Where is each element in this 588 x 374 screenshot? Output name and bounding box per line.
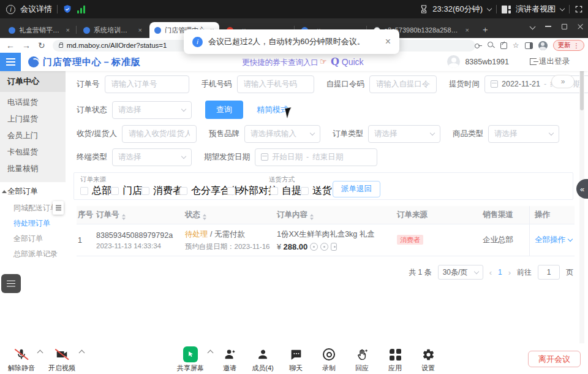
security-shield-icon[interactable]	[62, 4, 72, 14]
prev-page-button[interactable]: ‹	[489, 268, 492, 277]
window-minimize-button[interactable]	[540, 20, 556, 33]
network-signal-icon[interactable]	[77, 5, 85, 13]
invite-button[interactable]: 邀请	[213, 347, 246, 373]
forward-button[interactable]: →	[22, 40, 31, 50]
goods-type-select[interactable]: 请选择	[488, 125, 559, 143]
video-options-chevron[interactable]	[79, 350, 85, 356]
sidebar-item-hq-dispatch-log[interactable]: 总部派单记录	[0, 246, 66, 262]
new-tab-button[interactable]: ＋	[479, 24, 491, 36]
toast-close-icon[interactable]: ×	[385, 36, 391, 47]
share-options-chevron[interactable]	[208, 350, 214, 356]
sort-icon[interactable]	[310, 214, 314, 220]
simple-mode-link[interactable]: 精简模式	[257, 104, 288, 115]
order-no[interactable]: 83859345088979792a	[96, 231, 185, 240]
sort-icon[interactable]	[122, 214, 126, 220]
fullscreen-icon[interactable]	[575, 5, 583, 13]
page-size-select[interactable]: 30条/页	[438, 265, 483, 280]
sidebar-group-all-orders[interactable]: 全部订单	[0, 182, 66, 200]
share-screen-button[interactable]: 共享屏幕	[174, 347, 207, 373]
start-video-button[interactable]: 开启视频	[45, 347, 78, 373]
goto-page-input[interactable]	[538, 265, 560, 280]
coupon-query-link[interactable]: 更快捷的券卡查询入口	[242, 58, 318, 68]
order-no-input[interactable]	[105, 75, 189, 93]
checkbox-delivery-send[interactable]: 送货	[301, 185, 332, 197]
browser-tab-2[interactable]: 系统培训学习 ×	[78, 22, 147, 38]
checkbox-source-hq[interactable]: 总部	[80, 185, 111, 197]
apps-button[interactable]: 应用	[379, 347, 412, 373]
brand-select[interactable]: 请选择或输入	[244, 125, 320, 143]
coupon-badge-icon[interactable]	[320, 243, 328, 251]
logout-button[interactable]: 退出登录	[530, 56, 570, 67]
checkbox-source-consumer[interactable]: 消费者	[141, 185, 183, 197]
mic-options-chevron[interactable]	[37, 350, 43, 356]
current-page[interactable]: 1	[498, 268, 502, 277]
sidebar-item-all-orders[interactable]: 全部订单	[0, 231, 66, 246]
zoom-icon[interactable]	[488, 42, 495, 49]
sidebar-item-member-visit[interactable]: 会员上门	[0, 128, 66, 144]
pickup-code-label: 自提口令码	[326, 79, 365, 90]
bookmark-star-icon[interactable]: ☆	[513, 41, 519, 50]
record-button[interactable]: 录制	[312, 347, 345, 373]
settings-button[interactable]: 设置	[412, 347, 445, 373]
chrome-update-button[interactable]: 更新 ⋮	[553, 40, 585, 51]
expect-ship-date-range[interactable]: 开始日期 - 结束日期	[255, 148, 377, 166]
unmute-button[interactable]: 解除静音	[5, 347, 38, 373]
sidebar-item-batch-verify[interactable]: 批量核销	[0, 161, 66, 177]
order-status-select[interactable]: 请选择	[112, 101, 192, 119]
dispatch-return-button[interactable]: 派单退回	[333, 181, 380, 197]
browser-menu-icon[interactable]: ⋮	[573, 42, 580, 49]
sidebar-item-card-pickup[interactable]: 卡包提货	[0, 144, 66, 161]
chat-button[interactable]: 聊天	[279, 347, 312, 373]
share-icon[interactable]	[500, 42, 507, 49]
currency-symbol: ¥	[277, 243, 281, 251]
meeting-info-icon[interactable]: i	[6, 5, 15, 14]
checkbox-source-store[interactable]: 门店	[111, 185, 142, 197]
phone-badge-icon[interactable]	[331, 243, 337, 251]
reaction-button[interactable]: 回应	[345, 347, 379, 373]
window-maximize-button[interactable]	[556, 20, 572, 33]
meeting-detail-label[interactable]: 会议详情	[20, 4, 52, 15]
terminal-type-select[interactable]: 请选择	[112, 148, 192, 166]
sort-icon[interactable]	[203, 214, 206, 220]
window-close-button[interactable]	[572, 20, 588, 33]
next-page-button[interactable]: ›	[508, 268, 511, 277]
promo-badge-icon[interactable]	[310, 243, 318, 251]
password-key-icon[interactable]	[475, 42, 482, 49]
chevron-down-icon	[473, 269, 478, 273]
chevron-down-icon	[549, 130, 554, 135]
query-button[interactable]: 查询	[205, 101, 243, 119]
sidebar-item-pending-orders[interactable]: 待处理订单	[0, 216, 66, 231]
quick-entry-link[interactable]: Q Quick	[331, 56, 364, 67]
phone-input[interactable]	[237, 75, 314, 93]
back-button[interactable]: ←	[6, 40, 15, 50]
user-avatar[interactable]	[447, 55, 460, 68]
toast-text: 会议已超过2人，自动转为60分钟限时会议。	[208, 36, 365, 47]
receiver-input[interactable]	[122, 125, 197, 143]
sidebar-item-phone-pickup[interactable]: 电话提货	[0, 94, 66, 111]
side-panel-icon[interactable]	[525, 42, 533, 49]
tab-close-icon[interactable]: ×	[466, 26, 469, 34]
browser-tab-1[interactable]: 礼盒营销平台管理中心 ×	[4, 22, 75, 38]
tab-close-icon[interactable]: ×	[138, 26, 142, 34]
members-button[interactable]: 成员(4)	[246, 347, 279, 373]
order-type-select[interactable]: 请选择	[368, 125, 440, 143]
sidebar-item-door-pickup[interactable]: 上门提货	[0, 111, 66, 128]
col-status[interactable]: 状态	[185, 210, 277, 220]
view-dropdown-icon[interactable]	[560, 6, 565, 10]
sidebar-collapse-handle[interactable]	[53, 201, 64, 215]
col-content[interactable]: 订单内容	[277, 210, 391, 220]
sidebar-toggle-button[interactable]	[0, 53, 21, 71]
collapse-filters-button[interactable]: »	[551, 75, 575, 88]
browser-profile-avatar[interactable]	[538, 41, 548, 50]
view-mode-label[interactable]: 演讲者视图	[516, 4, 556, 15]
floating-list-button[interactable]	[1, 274, 21, 293]
timer-dropdown-icon[interactable]	[487, 6, 492, 10]
tab-close-icon[interactable]: ×	[66, 26, 70, 34]
tab-search-button[interactable]	[524, 20, 540, 33]
pickup-code-input[interactable]	[369, 75, 437, 93]
checkbox-delivery-selfpickup[interactable]: 自提	[270, 185, 301, 197]
col-order-no[interactable]: 订单号	[96, 210, 185, 220]
all-actions-dropdown[interactable]: 全部操作	[535, 235, 572, 245]
reload-button[interactable]: ↻	[38, 40, 45, 50]
leave-meeting-button[interactable]: 离开会议	[528, 351, 581, 367]
